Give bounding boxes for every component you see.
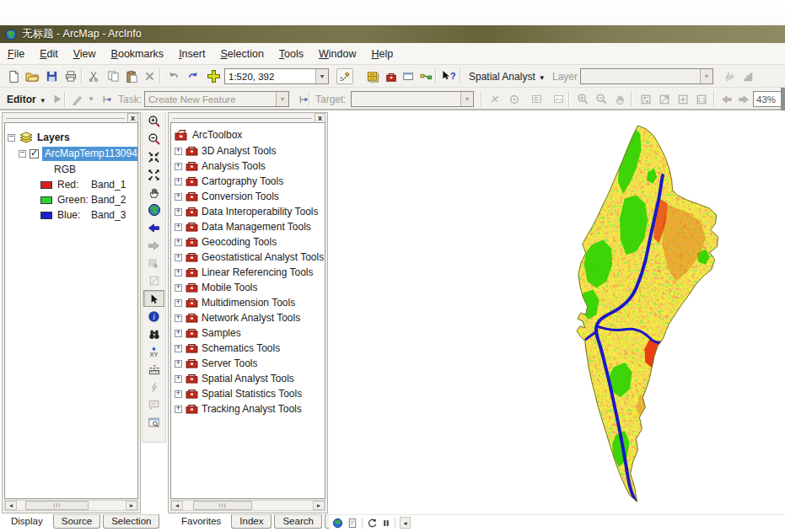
map-canvas[interactable]: ◂ <box>329 110 785 532</box>
layer-visibility-checkbox[interactable] <box>30 149 39 159</box>
hyperlink-tool[interactable] <box>143 379 164 395</box>
save-button[interactable] <box>43 68 60 84</box>
go-back-extent-tool[interactable] <box>143 219 164 236</box>
arctoolbox-scroll-right-icon[interactable]: ▸ <box>313 501 325 510</box>
command-window-button[interactable] <box>400 68 417 84</box>
toolset-row[interactable]: Server Tools <box>175 356 325 371</box>
editor-menu[interactable]: Editor▼ <box>7 94 46 105</box>
toolset-row[interactable]: Geostatistical Analyst Tools <box>175 250 325 265</box>
toolset-row[interactable]: Multidimension Tools <box>175 295 325 310</box>
toolset-row[interactable]: Spatial Statistics Tools <box>175 386 325 401</box>
toolset-row[interactable]: 3D Analyst Tools <box>175 143 325 159</box>
toc-scroll-right-icon[interactable]: ▸ <box>126 501 137 510</box>
full-extent-tool[interactable] <box>143 202 164 218</box>
menu-file[interactable]: File <box>8 48 24 60</box>
expand-icon[interactable] <box>175 178 182 185</box>
expand-icon[interactable] <box>175 345 182 352</box>
expand-icon[interactable] <box>175 269 182 277</box>
tab-source[interactable]: Source <box>53 514 100 529</box>
create-contour-button[interactable] <box>722 68 739 84</box>
clear-selected-features-tool[interactable] <box>143 272 164 289</box>
zoom-out-tool[interactable] <box>143 131 164 148</box>
menu-tools[interactable]: Tools <box>279 48 304 60</box>
map-scroll-left-icon[interactable]: ◂ <box>400 517 411 529</box>
add-data-button[interactable] <box>205 68 222 84</box>
arctoolbox-grip[interactable] <box>172 116 312 119</box>
arctoolbox-scroll-left-icon[interactable]: ◂ <box>171 501 183 510</box>
expand-icon[interactable] <box>175 239 182 246</box>
toolset-row[interactable]: Linear Referencing Tools <box>175 265 325 280</box>
fixed-zoom-out-tool[interactable] <box>143 166 164 183</box>
spatial-analyst-menu[interactable]: Spatial Analyst▼ <box>469 71 546 83</box>
menu-window[interactable]: Window <box>319 48 356 60</box>
toolset-row[interactable]: Data Interoperability Tools <box>175 204 325 219</box>
cut-button[interactable] <box>85 68 102 84</box>
toolset-row[interactable]: Mobile Tools <box>175 280 325 295</box>
toolset-row[interactable]: Data Management Tools <box>175 219 325 234</box>
scale-dropdown-arrow[interactable] <box>315 69 328 83</box>
toc-dataframe-row[interactable]: Layers <box>5 130 137 145</box>
find-tool[interactable] <box>143 325 164 342</box>
redo-button[interactable] <box>185 68 202 84</box>
expand-icon[interactable] <box>175 163 182 170</box>
paste-button[interactable] <box>123 68 140 84</box>
expand-icon[interactable] <box>175 223 182 231</box>
arccatalog-button[interactable] <box>364 68 381 84</box>
pan-tool[interactable] <box>143 184 164 201</box>
toc-scroll-left-icon[interactable]: ◂ <box>5 501 17 510</box>
toc-layer-row[interactable]: ArcMapTemp1130941 <box>5 146 137 161</box>
toolset-row[interactable]: Cartography Tools <box>175 174 325 189</box>
toolset-row[interactable]: Spatial Analyst Tools <box>175 371 325 386</box>
layout-view-button[interactable] <box>347 518 358 529</box>
expand-icon[interactable] <box>175 406 182 413</box>
menu-help[interactable]: Help <box>372 48 394 60</box>
toolset-row[interactable]: Samples <box>175 325 325 341</box>
create-viewer-window-tool[interactable] <box>143 414 164 431</box>
layer-expander-icon[interactable] <box>19 150 26 158</box>
expand-icon[interactable] <box>175 148 182 155</box>
expand-icon[interactable] <box>175 208 182 216</box>
arctoolbox-scroll-thumb[interactable]: III <box>193 501 251 510</box>
arctoolbox-root-row[interactable]: ArcToolbox <box>175 127 325 142</box>
toolset-row[interactable]: Network Analyst Tools <box>175 310 325 325</box>
menu-view[interactable]: View <box>73 48 96 60</box>
map-scale-combobox[interactable]: 1:520, 392 <box>224 68 329 84</box>
measure-tool[interactable]: 2 <box>143 361 164 378</box>
expand-icon[interactable] <box>175 314 182 322</box>
dataframe-expander-icon[interactable] <box>8 134 15 142</box>
html-popup-tool[interactable] <box>143 396 164 413</box>
toc-grip[interactable] <box>6 116 125 119</box>
new-map-button[interactable] <box>5 68 22 84</box>
menu-selection[interactable]: Selection <box>220 48 263 60</box>
go-to-xy-tool[interactable]: XY <box>143 343 164 360</box>
identify-tool[interactable]: i <box>143 308 164 325</box>
expand-icon[interactable] <box>175 330 182 337</box>
toolset-row[interactable]: Tracking Analyst Tools <box>175 401 325 416</box>
toolset-row[interactable]: Conversion Tools <box>175 189 325 204</box>
arctoolbox-horizontal-scrollbar[interactable]: ◂ III ▸ <box>170 500 325 511</box>
arctoolbox-button[interactable] <box>383 68 400 84</box>
menu-insert[interactable]: Insert <box>179 48 205 60</box>
spatial-analyst-layer-combobox[interactable] <box>580 68 713 84</box>
whats-this-button[interactable]: ? <box>439 68 456 84</box>
expand-icon[interactable] <box>175 299 182 307</box>
layer-name[interactable]: ArcMapTemp1130941 <box>42 147 137 161</box>
tab-favorites[interactable]: Favorites <box>174 514 229 528</box>
print-button[interactable] <box>62 68 79 84</box>
tab-search[interactable]: Search <box>274 514 321 529</box>
expand-icon[interactable] <box>175 284 182 292</box>
expand-icon[interactable] <box>175 360 182 368</box>
zoom-percent-box[interactable]: 43% <box>753 91 782 107</box>
expand-icon[interactable] <box>175 375 182 383</box>
pause-drawing-button[interactable] <box>382 519 390 528</box>
tab-index[interactable]: Index <box>231 514 272 529</box>
select-elements-tool[interactable] <box>143 290 164 307</box>
data-view-button[interactable] <box>332 518 343 529</box>
zoom-in-tool[interactable] <box>143 113 164 130</box>
go-forward-extent-tool[interactable] <box>143 237 164 254</box>
tab-display[interactable]: Display <box>3 514 51 528</box>
expand-icon[interactable] <box>175 390 182 398</box>
toc-horizontal-scrollbar[interactable]: ◂ III ▸ <box>4 500 138 511</box>
modelbuilder-button[interactable] <box>417 68 434 84</box>
toolset-row[interactable]: Geocoding Tools <box>175 234 325 250</box>
